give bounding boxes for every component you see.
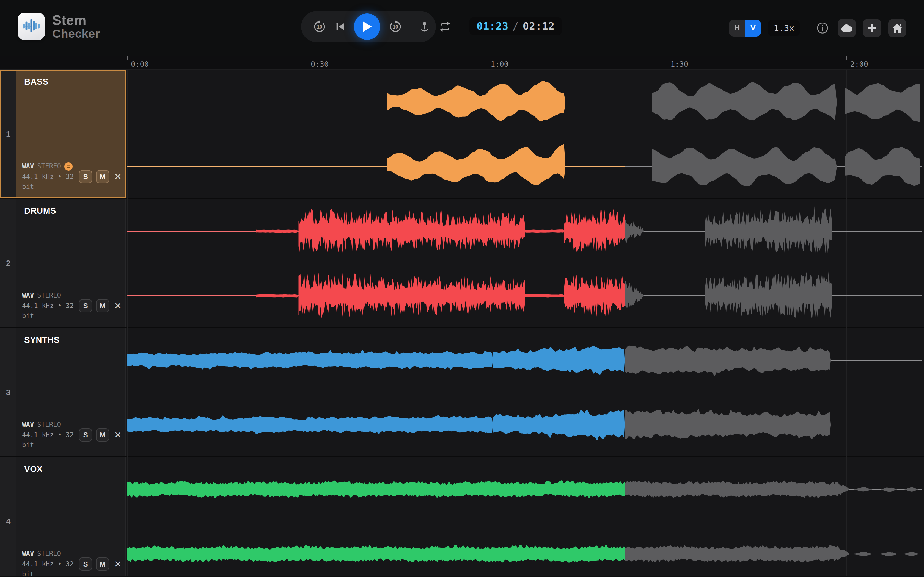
plus-icon — [867, 23, 877, 33]
forward-10-icon: 10 — [389, 20, 402, 34]
svg-text:10: 10 — [317, 24, 322, 30]
mute-button[interactable]: M — [96, 170, 109, 183]
track-buttons: SM✕ — [79, 299, 123, 313]
cloud-button[interactable] — [838, 19, 856, 37]
playback-speed[interactable]: 1.3x — [768, 20, 800, 36]
track-row-synths: 3SYNTHSWAVSTEREO44.1 kHz • 32 bitSM✕ — [0, 328, 924, 457]
waveform-logo-icon — [22, 18, 40, 35]
track-footer: WAVSTEREO44.1 kHz • 32 bitSM✕ — [22, 419, 123, 450]
ruler-tick-label: 0:00 — [131, 60, 149, 68]
transport-controls: 10 10 — [301, 11, 436, 42]
track-buttons: SM✕ — [79, 558, 123, 571]
loop-button[interactable] — [439, 21, 451, 32]
mute-button[interactable]: M — [96, 558, 109, 571]
channels-label: STEREO — [37, 161, 61, 171]
playhead[interactable] — [625, 70, 625, 577]
rewind-10-button[interactable]: 10 — [313, 20, 326, 34]
remove-track-button[interactable]: ✕ — [113, 430, 123, 440]
timeline-ruler[interactable]: 0:000:301:001:302:00 — [0, 56, 924, 70]
waveform-channel-right[interactable] — [126, 522, 924, 577]
forward-10-button[interactable]: 10 — [389, 20, 402, 34]
waveform-channel-left[interactable] — [126, 457, 924, 522]
ruler-tick — [667, 56, 667, 60]
ruler-tick — [127, 56, 128, 60]
remove-track-button[interactable]: ✕ — [113, 559, 123, 569]
track-footer: WAVSTEREO44.1 kHz • 32 bitSM✕ — [22, 290, 123, 321]
channels-label: STEREO — [37, 419, 61, 430]
track-number: 1 — [0, 70, 16, 198]
waveform-channel-left[interactable] — [126, 70, 924, 134]
track-name: DRUMS — [24, 206, 56, 216]
track-header-synths[interactable]: SYNTHSWAVSTEREO44.1 kHz • 32 bitSM✕ — [16, 328, 126, 456]
solo-button[interactable]: S — [79, 558, 92, 571]
track-footer: WAVSTEREO44.1 kHz • 32 bitSM✕ — [22, 549, 123, 577]
pin-icon — [419, 21, 430, 33]
track-row-drums: 2DRUMSWAVSTEREO44.1 kHz • 32 bitSM✕ — [0, 199, 924, 328]
track-name: SYNTHS — [24, 335, 60, 345]
drop-marker-button[interactable] — [419, 21, 430, 33]
ruler-tick — [846, 56, 847, 60]
home-icon — [892, 23, 903, 33]
track-row-bass: 1BASSWAVSTEREO=44.1 kHz • 32 bitSM✕ — [0, 70, 924, 199]
track-name: BASS — [24, 77, 48, 87]
waveform-channel-right[interactable] — [126, 134, 924, 199]
sample-rate-label: 44.1 kHz • 32 bit — [22, 430, 79, 450]
solo-button[interactable]: S — [79, 299, 92, 313]
waveform-channel-right[interactable] — [126, 393, 924, 457]
orientation-toggle: H V — [729, 19, 761, 37]
track-row-vox: 4VOXWAVSTEREO44.1 kHz • 32 bitSM✕ — [0, 457, 924, 577]
sample-rate-label: 44.1 kHz • 32 bit — [22, 559, 79, 577]
mute-button[interactable]: M — [96, 428, 109, 442]
track-header-drums[interactable]: DRUMSWAVSTEREO44.1 kHz • 32 bitSM✕ — [16, 199, 126, 327]
solo-button[interactable]: S — [79, 428, 92, 442]
waveform-area-drums[interactable] — [126, 199, 924, 327]
track-meta: WAVSTEREO44.1 kHz • 32 bit — [22, 419, 79, 450]
home-button[interactable] — [888, 19, 906, 37]
brand-line2: Checker — [52, 27, 100, 40]
ruler-tick-label: 0:30 — [311, 60, 329, 68]
info-button[interactable] — [814, 20, 830, 36]
right-cluster-divider — [807, 21, 808, 35]
waveform-channel-right[interactable] — [126, 263, 924, 328]
format-label: WAV — [22, 549, 34, 559]
sample-rate-label: 44.1 kHz • 32 bit — [22, 301, 79, 321]
waveform-area-bass[interactable] — [126, 70, 924, 198]
track-footer: WAVSTEREO=44.1 kHz • 32 bitSM✕ — [22, 161, 123, 192]
track-meta: WAVSTEREO44.1 kHz • 32 bit — [22, 290, 79, 321]
mute-button[interactable]: M — [96, 299, 109, 313]
svg-text:10: 10 — [393, 24, 398, 30]
skip-to-start-button[interactable] — [335, 21, 346, 32]
format-label: WAV — [22, 419, 34, 430]
track-header-vox[interactable]: VOXWAVSTEREO44.1 kHz • 32 bitSM✕ — [16, 457, 126, 577]
ruler-tick-label: 1:30 — [670, 60, 688, 68]
horizontal-toggle-button[interactable]: H — [729, 19, 745, 37]
waveform-channel-left[interactable] — [126, 328, 924, 393]
waveform-area-synths[interactable] — [126, 328, 924, 456]
play-icon — [362, 21, 372, 32]
track-header-bass[interactable]: BASSWAVSTEREO=44.1 kHz • 32 bitSM✕ — [16, 70, 126, 198]
sample-rate-label: 44.1 kHz • 32 bit — [22, 172, 79, 192]
time-display: 01:23 / 02:12 — [469, 17, 562, 35]
waveform-area-vox[interactable] — [126, 457, 924, 577]
remove-track-button[interactable]: ✕ — [113, 171, 123, 182]
current-time: 01:23 — [477, 20, 509, 32]
channels-label: STEREO — [37, 290, 61, 301]
waveform-channel-left[interactable] — [126, 199, 924, 263]
vertical-toggle-button[interactable]: V — [745, 19, 761, 37]
ruler-tick-label: 1:00 — [491, 60, 509, 68]
add-button[interactable] — [863, 19, 881, 37]
solo-button[interactable]: S — [79, 170, 92, 183]
topbar-right-controls: H V 1.3x — [729, 0, 906, 56]
track-name: VOX — [24, 464, 43, 474]
channels-label: STEREO — [37, 549, 61, 559]
format-label: WAV — [22, 161, 34, 171]
play-button[interactable] — [354, 13, 380, 40]
cloud-icon — [841, 24, 853, 32]
track-buttons: SM✕ — [79, 170, 123, 183]
track-number: 3 — [0, 328, 16, 456]
time-separator: / — [512, 20, 519, 32]
tracks-area: 1BASSWAVSTEREO=44.1 kHz • 32 bitSM✕2DRUM… — [0, 70, 924, 577]
track-meta: WAVSTEREO44.1 kHz • 32 bit — [22, 549, 79, 577]
remove-track-button[interactable]: ✕ — [113, 301, 123, 311]
format-label: WAV — [22, 290, 34, 301]
